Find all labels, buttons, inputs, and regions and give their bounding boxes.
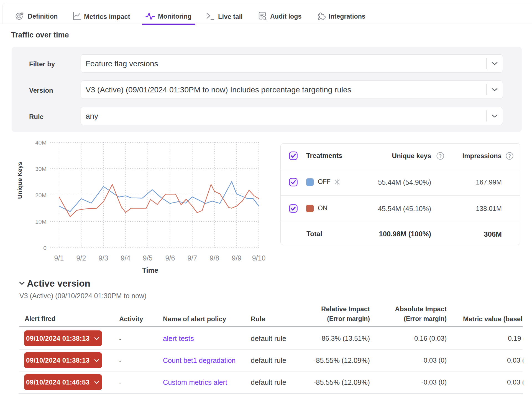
svg-text:?: ? [508,153,511,159]
svg-text:0: 0 [43,245,47,251]
svg-text:9/5: 9/5 [143,254,153,262]
svg-text:40M: 40M [35,139,47,146]
svg-text:9/7: 9/7 [188,254,197,262]
svg-text:20M: 20M [35,192,47,198]
svg-text:30M: 30M [35,166,47,172]
svg-text:10M: 10M [35,218,47,225]
svg-text:9/3: 9/3 [99,254,108,262]
svg-text:9/1: 9/1 [54,254,64,262]
svg-text:9/2: 9/2 [76,254,86,262]
svg-text:Unique Keys: Unique Keys [16,162,23,199]
svg-text:9/6: 9/6 [165,254,175,262]
svg-text:Time: Time [142,266,158,274]
svg-text:9/10: 9/10 [252,254,266,262]
svg-text:9/9: 9/9 [232,254,242,262]
svg-text:9/8: 9/8 [210,254,219,262]
svg-text:9/4: 9/4 [121,254,131,262]
